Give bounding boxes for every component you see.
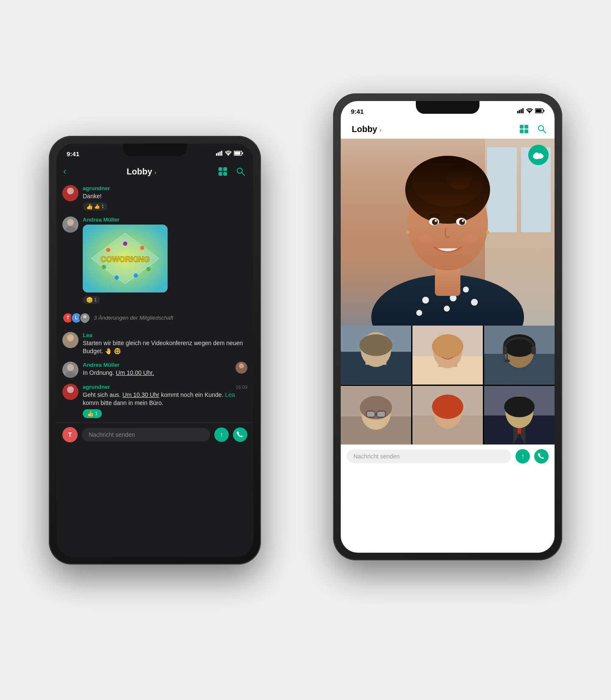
svg-point-17 — [65, 226, 76, 233]
svg-point-12 — [237, 168, 242, 173]
svg-point-34 — [239, 363, 244, 368]
send-button-right[interactable]: ↑ — [516, 449, 530, 464]
phone-left: 9:41 ‹ Lobby › — [49, 136, 261, 565]
svg-rect-40 — [521, 109, 522, 113]
member-avatars: T L — [62, 312, 90, 323]
svg-point-4 — [228, 155, 229, 155]
svg-rect-3 — [221, 151, 222, 156]
cloud-icon — [528, 145, 549, 165]
left-screen: 9:41 ‹ Lobby › — [56, 143, 253, 557]
right-grid-icon[interactable] — [518, 123, 530, 135]
svg-rect-98 — [503, 346, 507, 354]
back-button[interactable]: ‹ — [63, 166, 66, 177]
message-lea: Lea Starten wir bitte gleich ne Videokon… — [62, 332, 247, 356]
msg-content-andrea-2: Andrea Müller In Ordnung. Um 10.00 Uhr. — [83, 362, 231, 377]
svg-point-55 — [538, 153, 542, 157]
svg-rect-41 — [522, 108, 524, 113]
message-input-right[interactable]: Nachricht senden — [347, 450, 511, 463]
msg-content-agrundner-2: agrundner 16:09 Geht sich aus. Um 10.30 … — [83, 384, 247, 418]
avatar-lea — [62, 332, 78, 348]
svg-point-32 — [67, 364, 74, 371]
svg-rect-45 — [544, 110, 544, 112]
msg-content-1: agrundner Danke! 👍 👍 1 — [83, 185, 247, 211]
nav-chevron: › — [154, 169, 157, 176]
right-notch — [416, 101, 479, 114]
member-avatar-other — [79, 312, 90, 323]
svg-rect-49 — [524, 129, 528, 133]
avatar-agrundner — [62, 185, 78, 201]
video-grid — [341, 326, 555, 444]
svg-text:COWORKING: COWORKING — [101, 255, 150, 264]
svg-rect-39 — [519, 110, 520, 113]
left-time: 9:41 — [67, 150, 79, 157]
svg-rect-6 — [235, 152, 241, 155]
svg-point-26 — [134, 273, 138, 278]
right-search-icon[interactable] — [536, 123, 548, 135]
svg-point-83 — [486, 231, 489, 234]
svg-line-51 — [543, 130, 546, 133]
right-bottom-bar: Nachricht senden ↑ — [341, 444, 555, 468]
left-nav-title: Lobby › — [66, 167, 217, 177]
left-status-icons — [216, 151, 243, 157]
svg-point-112 — [432, 394, 463, 419]
video-cell-4 — [341, 386, 411, 445]
svg-rect-8 — [219, 167, 222, 171]
avatar-agrundner-2 — [62, 384, 78, 400]
right-status-icons — [517, 108, 544, 115]
svg-point-119 — [504, 396, 535, 417]
message-input-left[interactable]: Nachricht senden — [82, 428, 210, 441]
message-1: agrundner Danke! 👍 👍 1 — [62, 185, 247, 211]
svg-line-13 — [242, 173, 244, 175]
right-nav-chevron: › — [380, 127, 382, 133]
sender-name-agrundner-2: agrundner — [83, 384, 110, 390]
svg-point-73 — [447, 164, 472, 190]
svg-point-82 — [406, 231, 409, 234]
svg-rect-106 — [366, 411, 375, 417]
message-andrea-2: Andrea Müller In Ordnung. Um 10.00 Uhr. — [62, 362, 247, 378]
right-nav-bar: Lobby › — [341, 120, 555, 139]
send-button-left[interactable]: ↑ — [214, 427, 229, 442]
signal-icon-right — [517, 108, 524, 115]
svg-rect-0 — [216, 153, 217, 156]
svg-point-23 — [102, 265, 106, 269]
svg-rect-10 — [219, 172, 222, 176]
call-button-right[interactable] — [534, 449, 549, 464]
sender-avatar-left: T — [62, 427, 78, 442]
svg-point-37 — [65, 394, 76, 400]
grid-icon[interactable] — [217, 166, 229, 177]
svg-point-62 — [422, 297, 429, 304]
left-bottom-bar: T Nachricht senden ↑ — [56, 422, 253, 447]
msg-content-lea: Lea Starten wir bitte gleich ne Videokon… — [83, 332, 247, 356]
call-button-left[interactable] — [233, 427, 247, 442]
membership-text: 3 Änderungen der Mitgliedschaft — [94, 315, 173, 321]
video-cell-6 — [484, 386, 555, 445]
msg-time-agrundner-2: 16:09 — [235, 385, 247, 390]
svg-point-16 — [67, 219, 74, 226]
msg-text-1: Danke! — [83, 192, 247, 201]
chat-area: agrundner Danke! 👍 👍 1 Andrea Mülle — [56, 181, 253, 422]
svg-rect-48 — [520, 129, 524, 133]
svg-point-87 — [359, 335, 392, 356]
sender-name-1: agrundner — [83, 185, 247, 191]
wifi-icon-right — [526, 108, 533, 115]
svg-point-66 — [416, 310, 422, 316]
right-time: 9:41 — [351, 108, 364, 115]
sender-name-lea: Lea — [83, 332, 247, 338]
svg-rect-7 — [242, 152, 243, 154]
svg-rect-44 — [536, 109, 542, 112]
left-nav-bar: ‹ Lobby › — [56, 162, 253, 181]
avatar-andrea — [62, 216, 78, 233]
sender-name-andrea-2: Andrea Müller — [83, 362, 231, 368]
svg-point-35 — [238, 369, 245, 374]
svg-point-14 — [67, 188, 74, 194]
reaction-1: 👍 👍 1 — [83, 202, 107, 211]
svg-point-29 — [82, 319, 88, 323]
svg-point-105 — [360, 396, 392, 419]
svg-rect-88 — [365, 360, 386, 365]
svg-point-31 — [65, 342, 76, 348]
svg-rect-1 — [218, 152, 219, 156]
search-icon[interactable] — [235, 166, 247, 177]
svg-point-50 — [538, 126, 544, 131]
avatar-andrea-2 — [62, 362, 78, 378]
membership-notice: T L 3 Änderungen der Mitgliedschaft — [62, 310, 247, 326]
